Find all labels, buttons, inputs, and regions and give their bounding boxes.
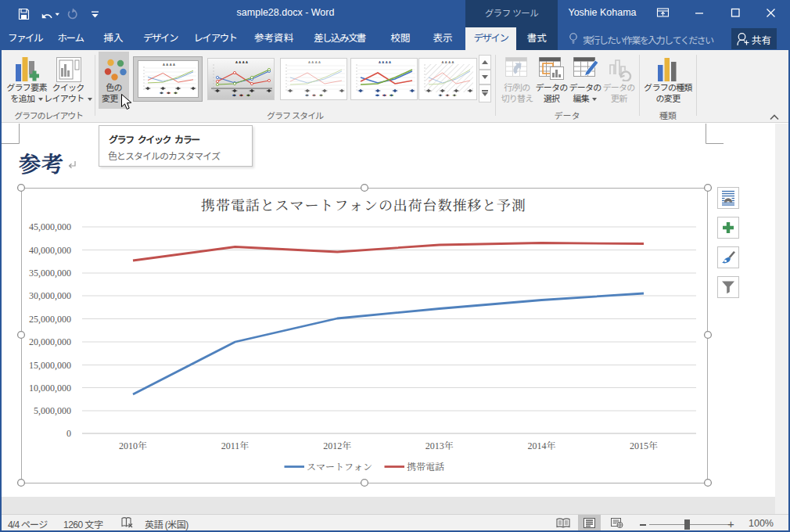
- svg-text:AAAA: AAAA: [308, 60, 321, 64]
- svg-text:AAAA: AAAA: [163, 63, 175, 66]
- svg-text:AAAA: AAAA: [442, 60, 454, 64]
- svg-text:AAAA: AAAA: [379, 60, 391, 64]
